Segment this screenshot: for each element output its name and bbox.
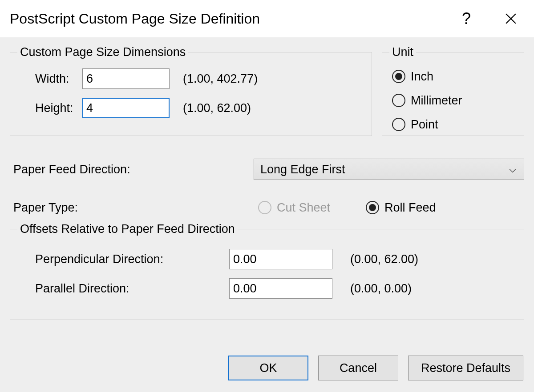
unit-radio-point[interactable]: Point bbox=[392, 112, 514, 136]
paper-type-row: Paper Type: Cut Sheet Roll Feed bbox=[13, 196, 524, 219]
height-row: Height: (1.00, 62.00) bbox=[20, 96, 362, 120]
paper-type-radio-label: Roll Feed bbox=[384, 201, 436, 215]
dialog-titlebar: PostScript Custom Page Size Definition ? bbox=[0, 0, 534, 37]
restore-defaults-button[interactable]: Restore Defaults bbox=[408, 356, 523, 380]
offset-parallel-row: Parallel Direction: (0.00, 0.00) bbox=[20, 276, 514, 301]
group-legend-offsets: Offsets Relative to Paper Feed Direction bbox=[17, 222, 238, 236]
cancel-button[interactable]: Cancel bbox=[318, 356, 398, 380]
paper-type-label: Paper Type: bbox=[13, 201, 258, 215]
height-label: Height: bbox=[20, 101, 82, 115]
group-unit: Unit Inch Millimeter Point bbox=[382, 45, 524, 136]
close-icon bbox=[505, 13, 517, 24]
unit-radio-millimeter[interactable]: Millimeter bbox=[392, 88, 514, 112]
unit-radio-label: Millimeter bbox=[411, 94, 462, 108]
radio-icon bbox=[392, 118, 405, 131]
group-legend-dimensions: Custom Page Size Dimensions bbox=[17, 45, 188, 59]
width-label: Width: bbox=[20, 72, 82, 86]
paper-type-radio-roll-feed[interactable]: Roll Feed bbox=[366, 196, 436, 220]
dialog-title: PostScript Custom Page Size Definition bbox=[10, 11, 435, 27]
radio-icon bbox=[392, 94, 405, 107]
dialog-button-row: OK Cancel Restore Defaults bbox=[0, 356, 534, 380]
paper-feed-direction-label: Paper Feed Direction: bbox=[13, 163, 254, 176]
group-offsets: Offsets Relative to Paper Feed Direction… bbox=[10, 222, 524, 320]
ok-button[interactable]: OK bbox=[228, 356, 308, 380]
offset-perpendicular-label: Perpendicular Direction: bbox=[20, 252, 229, 266]
chevron-down-icon bbox=[509, 163, 517, 176]
offset-perpendicular-input[interactable] bbox=[229, 249, 332, 269]
offset-parallel-label: Parallel Direction: bbox=[20, 282, 229, 296]
paper-type-radio-label: Cut Sheet bbox=[277, 201, 330, 215]
question-icon: ? bbox=[462, 9, 471, 28]
width-input[interactable] bbox=[82, 68, 170, 89]
offset-parallel-range-hint: (0.00, 0.00) bbox=[350, 282, 412, 296]
paper-feed-direction-row: Paper Feed Direction: Long Edge First bbox=[13, 158, 524, 180]
paper-type-options: Cut Sheet Roll Feed bbox=[258, 196, 436, 220]
group-custom-page-size-dimensions: Custom Page Size Dimensions Width: (1.00… bbox=[10, 45, 372, 136]
height-range-hint: (1.00, 62.00) bbox=[183, 101, 251, 115]
width-row: Width: (1.00, 402.77) bbox=[20, 67, 362, 90]
paper-feed-direction-value: Long Edge First bbox=[260, 163, 345, 176]
width-range-hint: (1.00, 402.77) bbox=[183, 72, 258, 86]
offset-parallel-input[interactable] bbox=[229, 278, 332, 299]
dialog-body: Custom Page Size Dimensions Width: (1.00… bbox=[0, 37, 534, 392]
close-button[interactable] bbox=[498, 5, 524, 32]
unit-radio-label: Point bbox=[411, 118, 438, 132]
offset-perpendicular-range-hint: (0.00, 62.00) bbox=[350, 252, 418, 266]
unit-radio-inch[interactable]: Inch bbox=[392, 64, 514, 88]
help-button[interactable]: ? bbox=[453, 5, 480, 32]
paper-feed-direction-select[interactable]: Long Edge First bbox=[254, 159, 524, 180]
radio-icon bbox=[392, 70, 405, 83]
group-legend-unit: Unit bbox=[389, 45, 416, 59]
height-input[interactable] bbox=[82, 98, 170, 118]
offset-perpendicular-row: Perpendicular Direction: (0.00, 62.00) bbox=[20, 247, 514, 272]
radio-icon bbox=[258, 201, 271, 214]
radio-icon bbox=[366, 201, 379, 214]
unit-radio-label: Inch bbox=[411, 70, 433, 84]
paper-type-radio-cut-sheet: Cut Sheet bbox=[258, 196, 330, 220]
